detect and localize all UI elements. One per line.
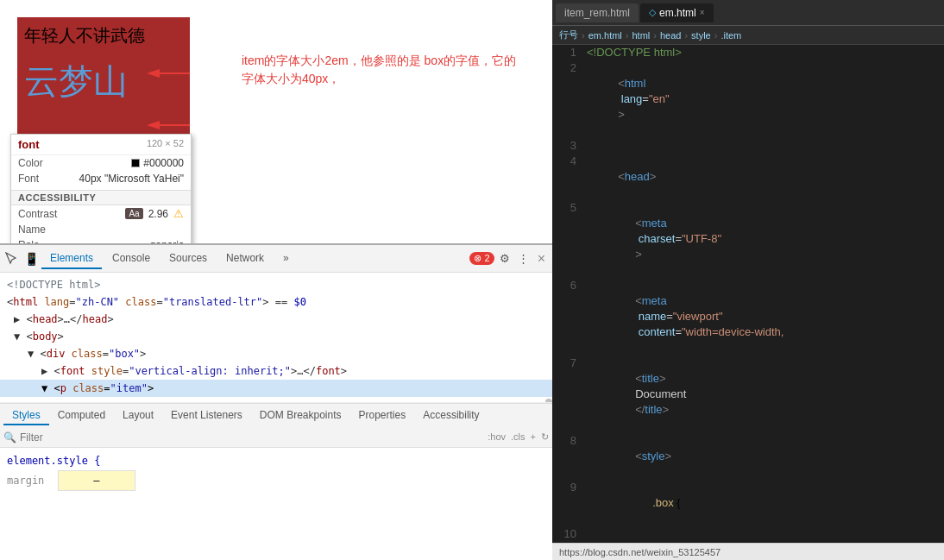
more-options-icon[interactable]: ⋮: [515, 250, 532, 267]
tooltip-font-row: Font 40px "Microsoft YaHei": [11, 171, 191, 186]
tab-computed[interactable]: Computed: [49, 406, 114, 425]
tree-line-body[interactable]: ▼ <body>: [0, 328, 552, 345]
code-line-10: 10 width: 200px;: [552, 526, 944, 543]
tooltip-role-row: Role generic: [11, 237, 191, 243]
tab-sources[interactable]: Sources: [160, 249, 216, 269]
error-badge: ⊗ 2: [469, 252, 494, 265]
tooltip-header: font 120 × 52: [11, 135, 191, 155]
contrast-badge: Aa: [125, 208, 142, 219]
cls-button[interactable]: .cls: [511, 431, 525, 443]
js-icon: ◇: [649, 7, 656, 18]
tree-line-html[interactable]: <html lang="zh-CN" class="translated-ltr…: [0, 293, 552, 311]
code-line-3: 3: [552, 138, 944, 154]
code-line-5: 5 <meta charset="UTF-8" >: [552, 200, 944, 278]
filter-bar: 🔍 :hov .cls + ↻: [0, 427, 552, 448]
tooltip-contrast-row: Contrast Aa 2.96 ⚠: [11, 205, 191, 222]
tooltip-accessibility-section: ACCESSIBILITY: [11, 190, 191, 205]
bottom-tab-bar: Styles Computed Layout Event Listeners D…: [0, 403, 552, 427]
tree-line-empty: [0, 397, 552, 399]
code-line-8: 8 <style>: [552, 433, 944, 480]
status-bar: https://blog.csdn.net/weixin_53125457: [552, 543, 944, 560]
html-tree: <!DOCTYPE html> <html lang="zh-CN" class…: [0, 273, 552, 403]
element-style-selector: element.style {: [7, 455, 100, 467]
tree-line-doctype: <!DOCTYPE html>: [0, 276, 552, 293]
tab-layout[interactable]: Layout: [114, 406, 162, 425]
code-line-9: 9 .box {: [552, 480, 944, 526]
styles-panel: element.style { margin —: [0, 448, 552, 560]
device-icon[interactable]: 📱: [22, 250, 40, 267]
filter-input[interactable]: [20, 431, 484, 444]
margin-row: margin —: [7, 470, 545, 491]
inspect-icon[interactable]: [3, 250, 21, 267]
settings-icon[interactable]: ⚙: [496, 250, 513, 267]
tab-properties[interactable]: Properties: [350, 406, 415, 425]
tooltip-title: font: [18, 138, 40, 151]
tab-network[interactable]: Network: [217, 249, 273, 269]
file-tab-item-rem[interactable]: item_rem.html: [556, 3, 639, 22]
tab-dom-breakpoints[interactable]: DOM Breakpoints: [251, 406, 350, 425]
code-editor[interactable]: 1 <!DOCTYPE html> 2 <html lang="en" > 3 …: [552, 45, 944, 543]
tab-elements[interactable]: Elements: [41, 249, 102, 269]
tooltip-popup: font 120 × 52 Color #000000 Font 40px "M…: [10, 134, 192, 243]
tab-more[interactable]: »: [274, 249, 298, 269]
annotation-text: item的字体大小2em，他参照的是 box的字值，它的字体大小为40px，: [242, 52, 518, 88]
add-style-icon[interactable]: +: [531, 431, 536, 443]
margin-box: —: [58, 470, 135, 491]
box-title: 年轻人不讲武德: [17, 17, 190, 54]
close-tab-button[interactable]: ×: [700, 8, 705, 17]
tree-line-head[interactable]: ▶ <head>…</head>: [0, 311, 552, 328]
error-icon: ⊗: [474, 253, 481, 263]
left-panel: 年轻人不讲武德 云梦山 item的字体大小2em，他参照的是 box的字值，它的…: [0, 0, 552, 560]
warning-icon: ⚠: [173, 207, 184, 220]
tree-line-font[interactable]: ▶ <font style="vertical-align: inherit;"…: [0, 362, 552, 380]
file-tab-em[interactable]: ◇ em.html ×: [640, 3, 714, 22]
tab-event-listeners[interactable]: Event Listeners: [162, 406, 251, 425]
color-swatch-black: [131, 159, 140, 167]
tab-console[interactable]: Console: [104, 249, 159, 269]
code-line-6: 6 <meta name="viewport" content="width=d…: [552, 278, 944, 356]
tooltip-name-row: Name: [11, 222, 191, 237]
tree-line-p-item[interactable]: ▼ <p class="item">: [0, 380, 552, 397]
styles-rule: element.style {: [7, 455, 545, 467]
tab-styles[interactable]: Styles: [3, 406, 49, 425]
code-line-1: 1 <!DOCTYPE html>: [552, 45, 944, 60]
hov-button[interactable]: :hov: [488, 431, 506, 443]
tree-line-div-box[interactable]: ▼ <div class="box">: [0, 345, 552, 362]
box-item: 云梦山: [17, 54, 190, 109]
file-tabs: item_rem.html ◇ em.html ×: [552, 0, 944, 26]
tooltip-color-row: Color #000000: [11, 155, 191, 171]
tooltip-size: 120 × 52: [147, 138, 184, 151]
refresh-icon[interactable]: ↻: [541, 431, 549, 443]
code-line-2: 2 <html lang="en" >: [552, 60, 944, 138]
devtools-toolbar: 📱 Elements Console Sources Network »: [0, 245, 552, 273]
right-panel: item_rem.html ◇ em.html × 行号 › em.html ›…: [552, 0, 944, 560]
code-line-7: 7 <title> Document </title>: [552, 356, 944, 433]
close-devtools-button[interactable]: ×: [534, 251, 549, 267]
filter-icon: 🔍: [3, 431, 16, 444]
breadcrumb: 行号 › em.html › html › head › style › .it…: [552, 26, 944, 45]
code-line-4: 4 <head>: [552, 154, 944, 200]
devtools-left-bottom: 📱 Elements Console Sources Network »: [0, 243, 552, 560]
tab-accessibility[interactable]: Accessibility: [414, 406, 488, 425]
webpage-preview: 年轻人不讲武德 云梦山 item的字体大小2em，他参照的是 box的字值，它的…: [0, 0, 552, 243]
